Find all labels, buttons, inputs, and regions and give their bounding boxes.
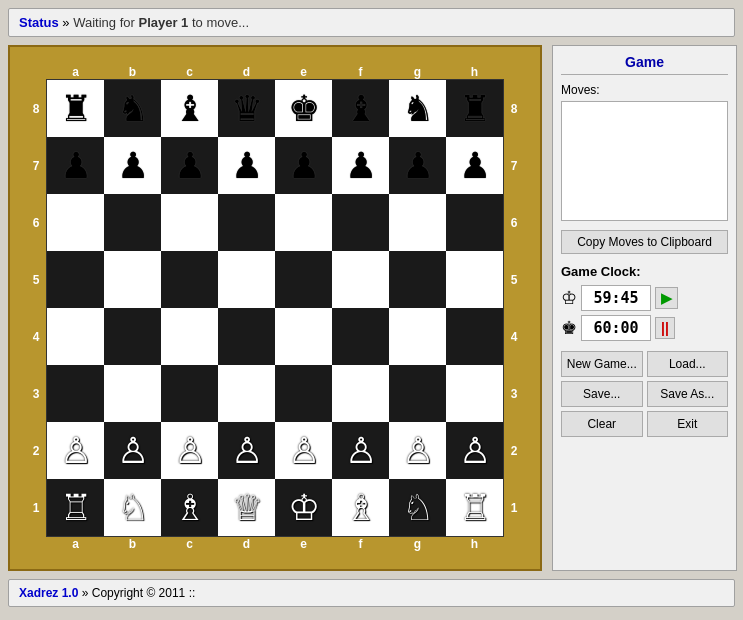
cell-g2[interactable]: ♙: [389, 422, 446, 479]
save-as-button[interactable]: Save As...: [647, 381, 729, 407]
chess-board[interactable]: ♜♞♝♛♚♝♞♜♟♟♟♟♟♟♟♟♙♙♙♙♙♙♙♙♖♘♗♕♔♗♘♖: [46, 79, 504, 537]
exit-button[interactable]: Exit: [647, 411, 729, 437]
cell-e5[interactable]: [275, 251, 332, 308]
cell-a3[interactable]: [47, 365, 104, 422]
cell-c2[interactable]: ♙: [161, 422, 218, 479]
footer: Xadrez 1.0 » Copyright © 2011 ::: [8, 579, 735, 607]
action-buttons: New Game... Load... Save... Save As... C…: [561, 351, 728, 437]
cell-d1[interactable]: ♕: [218, 479, 275, 536]
cell-e4[interactable]: [275, 308, 332, 365]
cell-a8[interactable]: ♜: [47, 80, 104, 137]
cell-d6[interactable]: [218, 194, 275, 251]
file-label-f: f: [332, 65, 389, 79]
cell-f5[interactable]: [332, 251, 389, 308]
cell-b3[interactable]: [104, 365, 161, 422]
cell-a6[interactable]: [47, 194, 104, 251]
main-area: a b c d e f g h 8 7 6 5 4 3 2 1: [8, 45, 735, 571]
cell-c8[interactable]: ♝: [161, 80, 218, 137]
file-label-b: b: [104, 65, 161, 79]
rank-label-5: 5: [28, 273, 44, 287]
cell-g5[interactable]: [389, 251, 446, 308]
cell-g4[interactable]: [389, 308, 446, 365]
play-button[interactable]: ▶: [655, 287, 678, 309]
cell-h7[interactable]: ♟: [446, 137, 503, 194]
cell-d3[interactable]: [218, 365, 275, 422]
cell-h8[interactable]: ♜: [446, 80, 503, 137]
cell-c6[interactable]: [161, 194, 218, 251]
cell-b7[interactable]: ♟: [104, 137, 161, 194]
piece-c8: ♝: [174, 88, 206, 130]
cell-g8[interactable]: ♞: [389, 80, 446, 137]
cell-c3[interactable]: [161, 365, 218, 422]
cell-d8[interactable]: ♛: [218, 80, 275, 137]
cell-c5[interactable]: [161, 251, 218, 308]
file-label-e: e: [275, 65, 332, 79]
cell-g1[interactable]: ♘: [389, 479, 446, 536]
cell-a5[interactable]: [47, 251, 104, 308]
rank-label-6-right: 6: [506, 216, 522, 230]
cell-d7[interactable]: ♟: [218, 137, 275, 194]
piece-b7: ♟: [117, 145, 149, 187]
cell-b5[interactable]: [104, 251, 161, 308]
cell-g3[interactable]: [389, 365, 446, 422]
cell-c7[interactable]: ♟: [161, 137, 218, 194]
piece-h2: ♙: [459, 430, 491, 472]
cell-d2[interactable]: ♙: [218, 422, 275, 479]
piece-g8: ♞: [402, 88, 434, 130]
cell-h3[interactable]: [446, 365, 503, 422]
cell-b8[interactable]: ♞: [104, 80, 161, 137]
rank-label-1-right: 1: [506, 501, 522, 515]
cell-e1[interactable]: ♔: [275, 479, 332, 536]
cell-f3[interactable]: [332, 365, 389, 422]
piece-f1: ♗: [345, 487, 377, 529]
cell-h1[interactable]: ♖: [446, 479, 503, 536]
cell-e2[interactable]: ♙: [275, 422, 332, 479]
cell-e3[interactable]: [275, 365, 332, 422]
copy-moves-button[interactable]: Copy Moves to Clipboard: [561, 230, 728, 254]
new-game-button[interactable]: New Game...: [561, 351, 643, 377]
rank-label-5-right: 5: [506, 273, 522, 287]
moves-textarea[interactable]: [561, 101, 728, 221]
cell-g7[interactable]: ♟: [389, 137, 446, 194]
file-labels-top: a b c d e f g h: [47, 65, 503, 79]
cell-h6[interactable]: [446, 194, 503, 251]
cell-h5[interactable]: [446, 251, 503, 308]
file-label-g: g: [389, 65, 446, 79]
save-button[interactable]: Save...: [561, 381, 643, 407]
piece-h1: ♖: [459, 487, 491, 529]
panel-title: Game: [561, 54, 728, 75]
file-label-a: a: [47, 65, 104, 79]
pause-button[interactable]: ||: [655, 317, 675, 339]
footer-copyright: Copyright © 2011 ::: [92, 586, 196, 600]
cell-g6[interactable]: [389, 194, 446, 251]
cell-e6[interactable]: [275, 194, 332, 251]
cell-a4[interactable]: [47, 308, 104, 365]
cell-d5[interactable]: [218, 251, 275, 308]
rank-label-2-right: 2: [506, 444, 522, 458]
cell-f4[interactable]: [332, 308, 389, 365]
rank-label-4-right: 4: [506, 330, 522, 344]
cell-b1[interactable]: ♘: [104, 479, 161, 536]
load-button[interactable]: Load...: [647, 351, 729, 377]
cell-c4[interactable]: [161, 308, 218, 365]
cell-f2[interactable]: ♙: [332, 422, 389, 479]
piece-f8: ♝: [345, 88, 377, 130]
cell-f7[interactable]: ♟: [332, 137, 389, 194]
cell-b2[interactable]: ♙: [104, 422, 161, 479]
cell-f1[interactable]: ♗: [332, 479, 389, 536]
cell-h4[interactable]: [446, 308, 503, 365]
cell-d4[interactable]: [218, 308, 275, 365]
cell-a1[interactable]: ♖: [47, 479, 104, 536]
clear-button[interactable]: Clear: [561, 411, 643, 437]
cell-f6[interactable]: [332, 194, 389, 251]
cell-a2[interactable]: ♙: [47, 422, 104, 479]
cell-h2[interactable]: ♙: [446, 422, 503, 479]
cell-c1[interactable]: ♗: [161, 479, 218, 536]
cell-e8[interactable]: ♚: [275, 80, 332, 137]
cell-b4[interactable]: [104, 308, 161, 365]
cell-a7[interactable]: ♟: [47, 137, 104, 194]
cell-e7[interactable]: ♟: [275, 137, 332, 194]
piece-e8: ♚: [288, 88, 320, 130]
cell-f8[interactable]: ♝: [332, 80, 389, 137]
cell-b6[interactable]: [104, 194, 161, 251]
